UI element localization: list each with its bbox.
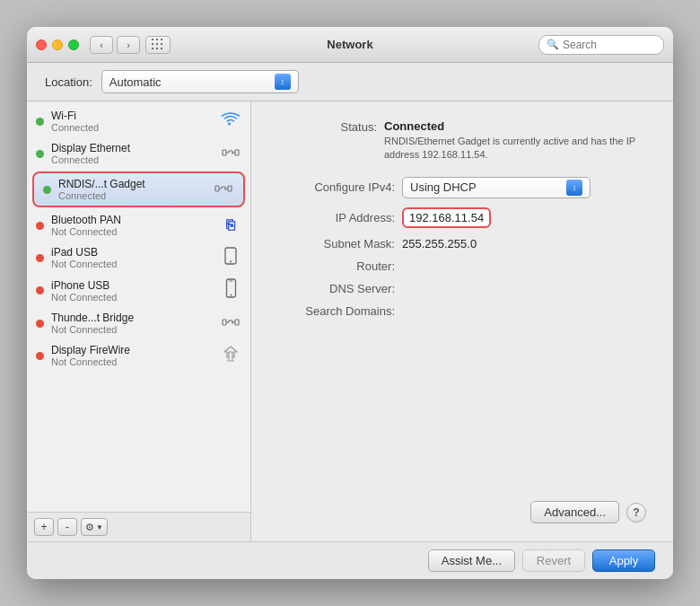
search-icon: 🔍 [547,39,559,50]
network-status-bluetooth-pan: Not Connected [51,226,220,237]
ipad-icon [220,247,241,269]
sidebar-item-iphone-usb[interactable]: iPhone USB Not Connected [27,274,250,307]
dns-server-label: DNS Server: [278,282,395,295]
sidebar-item-ipad-usb[interactable]: iPad USB Not Connected [27,242,250,274]
firewire-icon [220,345,241,367]
search-domains-row: Search Domains: [278,304,646,318]
status-dot-rndis [43,186,51,194]
svg-rect-19 [223,320,226,325]
network-name-display-ethernet: Display Ethernet [51,142,220,154]
status-dot-ipad-usb [36,254,44,262]
advanced-button[interactable]: Advanced... [530,501,619,523]
svg-rect-6 [235,150,239,155]
status-label: Status: [278,119,377,134]
status-dot-thunderbolt-bridge [36,320,44,328]
sidebar-item-bluetooth-pan[interactable]: Bluetooth PAN Not Connected ⎘ [27,209,250,242]
traffic-lights [36,40,79,50]
ethernet-icon-thunder [220,313,241,334]
sidebar-item-display-ethernet[interactable]: Display Ethernet Connected [27,137,250,170]
gear-dropdown-arrow: ▼ [96,523,103,531]
bluetooth-icon: ⎘ [220,217,241,233]
configure-ipv4-label: Configure IPv4: [278,180,395,194]
sidebar: Wi-Fi Connected [27,101,251,541]
window-title: Network [327,38,372,51]
network-status-display-firewire: Not Connected [51,356,220,367]
revert-button[interactable]: Revert [522,549,585,572]
sidebar-item-thunderbolt-bridge[interactable]: Thunde...t Bridge Not Connected [27,307,250,339]
assist-me-button[interactable]: Assist Me... [428,549,515,572]
router-row: Router: [278,259,646,273]
network-info-display-firewire: Display FireWire Not Connected [51,344,220,367]
close-button[interactable] [36,40,47,50]
network-status-iphone-usb: Not Connected [51,292,220,303]
subnet-mask-row: Subnet Mask: 255.255.255.0 [278,237,646,250]
network-name-thunderbolt-bridge: Thunde...t Bridge [51,312,220,324]
location-dropdown-arrow: ↕ [275,74,291,90]
search-domains-label: Search Domains: [278,304,395,318]
status-description: RNDIS/Ethernet Gadget is currently activ… [384,135,635,162]
network-status-rndis: Connected [58,190,213,201]
dns-server-row: DNS Server: [278,282,646,295]
search-box[interactable]: 🔍 [538,35,664,55]
status-value: Connected RNDIS/Ethernet Gadget is curre… [384,119,635,162]
titlebar: ‹ › Network 🔍 [27,27,673,63]
svg-rect-13 [228,186,232,191]
maximize-button[interactable] [68,40,79,50]
subnet-mask-value: 255.255.255.0 [402,237,477,250]
app-grid-button[interactable] [145,36,171,54]
gear-icon: ⚙ [85,522,94,533]
apply-button[interactable]: Apply [592,549,655,572]
network-info-thunderbolt-bridge: Thunde...t Bridge Not Connected [51,312,220,335]
gear-menu-button[interactable]: ⚙ ▼ [81,518,108,536]
subnet-mask-label: Subnet Mask: [278,237,395,250]
network-info-iphone-usb: iPhone USB Not Connected [51,279,220,303]
svg-point-15 [230,260,232,262]
network-info-wifi: Wi-Fi Connected [51,110,220,133]
network-name-display-firewire: Display FireWire [51,344,220,356]
network-info-bluetooth-pan: Bluetooth PAN Not Connected [51,214,220,237]
network-status-ipad-usb: Not Connected [51,259,220,269]
status-connected-text: Connected [384,119,635,133]
search-input[interactable] [563,39,656,51]
network-name-bluetooth-pan: Bluetooth PAN [51,214,220,226]
network-info-display-ethernet: Display Ethernet Connected [51,142,220,165]
status-dot-display-firewire [36,352,44,360]
main-content: Wi-Fi Connected [27,101,673,541]
panel-footer: Assist Me... Revert Apply [27,541,673,579]
sidebar-item-rndis[interactable]: RNDIS/...t Gadget Connected [32,171,245,207]
network-name-rndis: RNDIS/...t Gadget [58,178,213,190]
add-network-button[interactable]: + [34,518,54,536]
network-info-ipad-usb: iPad USB Not Connected [51,246,220,269]
sidebar-item-wifi[interactable]: Wi-Fi Connected [27,105,250,137]
status-dot-bluetooth-pan [36,222,44,230]
svg-point-17 [230,294,232,296]
wifi-icon [220,112,241,130]
router-label: Router: [278,259,395,273]
ethernet-icon-rndis [213,180,234,200]
network-status-display-ethernet: Connected [51,154,220,165]
sidebar-footer: + - ⚙ ▼ [27,512,250,541]
forward-button[interactable]: › [117,36,140,54]
network-status-thunderbolt-bridge: Not Connected [51,324,220,335]
location-select[interactable]: Automatic ↕ [101,70,299,93]
ip-address-value: 192.168.11.54 [402,207,491,228]
sidebar-item-display-firewire[interactable]: Display FireWire Not Connected [27,339,250,372]
remove-network-button[interactable]: - [57,518,77,536]
network-name-ipad-usb: iPad USB [51,246,220,259]
svg-rect-7 [215,186,219,191]
iphone-icon [220,278,241,303]
minimize-button[interactable] [52,40,63,50]
configure-ipv4-select[interactable]: Using DHCP ↕ [402,177,591,198]
configure-ipv4-value: Using DHCP [410,180,566,194]
svg-rect-25 [235,320,239,325]
back-button[interactable]: ‹ [90,36,113,54]
nav-buttons: ‹ › [90,36,140,54]
network-name-iphone-usb: iPhone USB [51,279,220,292]
ip-address-row: IP Address: 192.168.11.54 [278,207,646,228]
location-value: Automatic [109,75,275,89]
network-status-wifi: Connected [51,122,220,133]
help-button[interactable]: ? [626,503,646,523]
network-info-rndis: RNDIS/...t Gadget Connected [58,178,213,201]
network-preferences-window: ‹ › Network 🔍 Location: Automatic ↕ [27,27,673,579]
status-dot-display-ethernet [36,150,44,158]
